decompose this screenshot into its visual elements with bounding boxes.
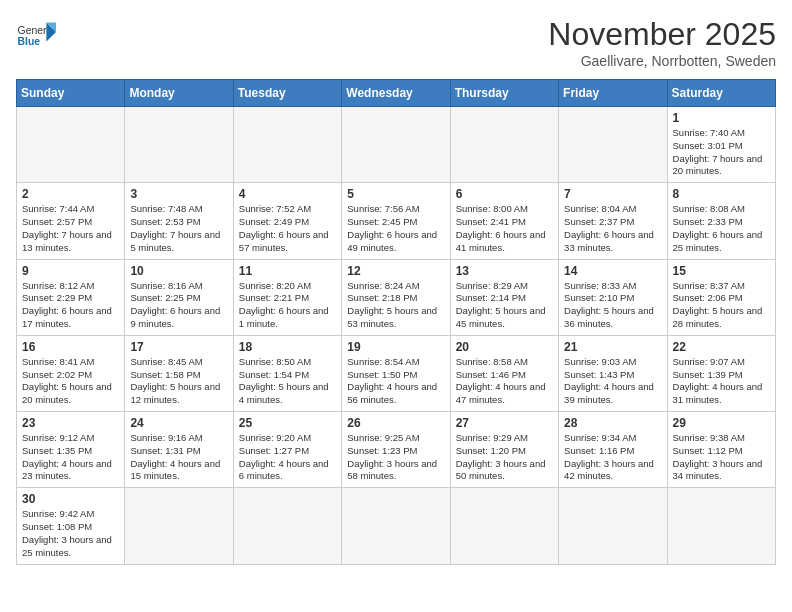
calendar-cell: 9Sunrise: 8:12 AM Sunset: 2:29 PM Daylig… xyxy=(17,259,125,335)
day-number: 16 xyxy=(22,340,119,354)
day-info: Sunrise: 9:03 AM Sunset: 1:43 PM Dayligh… xyxy=(564,356,661,407)
day-info: Sunrise: 7:40 AM Sunset: 3:01 PM Dayligh… xyxy=(673,127,770,178)
weekday-header-saturday: Saturday xyxy=(667,80,775,107)
day-info: Sunrise: 9:07 AM Sunset: 1:39 PM Dayligh… xyxy=(673,356,770,407)
weekday-header-thursday: Thursday xyxy=(450,80,558,107)
week-row-2: 2Sunrise: 7:44 AM Sunset: 2:57 PM Daylig… xyxy=(17,183,776,259)
day-number: 27 xyxy=(456,416,553,430)
day-info: Sunrise: 9:38 AM Sunset: 1:12 PM Dayligh… xyxy=(673,432,770,483)
week-row-4: 16Sunrise: 8:41 AM Sunset: 2:02 PM Dayli… xyxy=(17,335,776,411)
day-info: Sunrise: 8:00 AM Sunset: 2:41 PM Dayligh… xyxy=(456,203,553,254)
day-info: Sunrise: 9:12 AM Sunset: 1:35 PM Dayligh… xyxy=(22,432,119,483)
calendar-cell: 3Sunrise: 7:48 AM Sunset: 2:53 PM Daylig… xyxy=(125,183,233,259)
day-number: 14 xyxy=(564,264,661,278)
calendar-cell xyxy=(342,488,450,564)
calendar-table: SundayMondayTuesdayWednesdayThursdayFrid… xyxy=(16,79,776,565)
calendar-cell: 20Sunrise: 8:58 AM Sunset: 1:46 PM Dayli… xyxy=(450,335,558,411)
calendar-cell: 7Sunrise: 8:04 AM Sunset: 2:37 PM Daylig… xyxy=(559,183,667,259)
day-info: Sunrise: 9:29 AM Sunset: 1:20 PM Dayligh… xyxy=(456,432,553,483)
day-info: Sunrise: 8:16 AM Sunset: 2:25 PM Dayligh… xyxy=(130,280,227,331)
weekday-header-row: SundayMondayTuesdayWednesdayThursdayFrid… xyxy=(17,80,776,107)
day-number: 30 xyxy=(22,492,119,506)
week-row-5: 23Sunrise: 9:12 AM Sunset: 1:35 PM Dayli… xyxy=(17,412,776,488)
day-number: 28 xyxy=(564,416,661,430)
calendar-cell: 23Sunrise: 9:12 AM Sunset: 1:35 PM Dayli… xyxy=(17,412,125,488)
day-number: 4 xyxy=(239,187,336,201)
calendar-cell: 18Sunrise: 8:50 AM Sunset: 1:54 PM Dayli… xyxy=(233,335,341,411)
calendar-cell: 27Sunrise: 9:29 AM Sunset: 1:20 PM Dayli… xyxy=(450,412,558,488)
svg-text:Blue: Blue xyxy=(18,36,41,47)
day-info: Sunrise: 8:33 AM Sunset: 2:10 PM Dayligh… xyxy=(564,280,661,331)
day-info: Sunrise: 8:37 AM Sunset: 2:06 PM Dayligh… xyxy=(673,280,770,331)
calendar-cell xyxy=(450,488,558,564)
weekday-header-wednesday: Wednesday xyxy=(342,80,450,107)
calendar-cell: 4Sunrise: 7:52 AM Sunset: 2:49 PM Daylig… xyxy=(233,183,341,259)
day-number: 21 xyxy=(564,340,661,354)
calendar-cell: 25Sunrise: 9:20 AM Sunset: 1:27 PM Dayli… xyxy=(233,412,341,488)
calendar-cell xyxy=(342,107,450,183)
day-number: 18 xyxy=(239,340,336,354)
calendar-cell: 1Sunrise: 7:40 AM Sunset: 3:01 PM Daylig… xyxy=(667,107,775,183)
week-row-1: 1Sunrise: 7:40 AM Sunset: 3:01 PM Daylig… xyxy=(17,107,776,183)
calendar-cell xyxy=(233,107,341,183)
calendar-cell xyxy=(17,107,125,183)
weekday-header-tuesday: Tuesday xyxy=(233,80,341,107)
calendar-cell xyxy=(125,488,233,564)
calendar-cell: 29Sunrise: 9:38 AM Sunset: 1:12 PM Dayli… xyxy=(667,412,775,488)
calendar-cell xyxy=(450,107,558,183)
day-number: 22 xyxy=(673,340,770,354)
calendar-cell: 11Sunrise: 8:20 AM Sunset: 2:21 PM Dayli… xyxy=(233,259,341,335)
calendar-cell: 12Sunrise: 8:24 AM Sunset: 2:18 PM Dayli… xyxy=(342,259,450,335)
day-number: 25 xyxy=(239,416,336,430)
day-info: Sunrise: 8:58 AM Sunset: 1:46 PM Dayligh… xyxy=(456,356,553,407)
calendar-cell: 30Sunrise: 9:42 AM Sunset: 1:08 PM Dayli… xyxy=(17,488,125,564)
day-info: Sunrise: 8:04 AM Sunset: 2:37 PM Dayligh… xyxy=(564,203,661,254)
month-title: November 2025 xyxy=(548,16,776,53)
day-number: 8 xyxy=(673,187,770,201)
day-number: 15 xyxy=(673,264,770,278)
day-info: Sunrise: 8:24 AM Sunset: 2:18 PM Dayligh… xyxy=(347,280,444,331)
weekday-header-sunday: Sunday xyxy=(17,80,125,107)
day-number: 20 xyxy=(456,340,553,354)
calendar-cell: 8Sunrise: 8:08 AM Sunset: 2:33 PM Daylig… xyxy=(667,183,775,259)
day-info: Sunrise: 8:12 AM Sunset: 2:29 PM Dayligh… xyxy=(22,280,119,331)
day-info: Sunrise: 9:25 AM Sunset: 1:23 PM Dayligh… xyxy=(347,432,444,483)
calendar-cell: 6Sunrise: 8:00 AM Sunset: 2:41 PM Daylig… xyxy=(450,183,558,259)
day-number: 12 xyxy=(347,264,444,278)
day-info: Sunrise: 8:20 AM Sunset: 2:21 PM Dayligh… xyxy=(239,280,336,331)
title-section: November 2025 Gaellivare, Norrbotten, Sw… xyxy=(548,16,776,69)
day-number: 24 xyxy=(130,416,227,430)
calendar-cell: 15Sunrise: 8:37 AM Sunset: 2:06 PM Dayli… xyxy=(667,259,775,335)
weekday-header-monday: Monday xyxy=(125,80,233,107)
calendar-cell: 22Sunrise: 9:07 AM Sunset: 1:39 PM Dayli… xyxy=(667,335,775,411)
day-number: 29 xyxy=(673,416,770,430)
week-row-6: 30Sunrise: 9:42 AM Sunset: 1:08 PM Dayli… xyxy=(17,488,776,564)
day-number: 26 xyxy=(347,416,444,430)
day-number: 5 xyxy=(347,187,444,201)
day-number: 2 xyxy=(22,187,119,201)
day-info: Sunrise: 8:08 AM Sunset: 2:33 PM Dayligh… xyxy=(673,203,770,254)
calendar-cell: 13Sunrise: 8:29 AM Sunset: 2:14 PM Dayli… xyxy=(450,259,558,335)
day-info: Sunrise: 8:45 AM Sunset: 1:58 PM Dayligh… xyxy=(130,356,227,407)
calendar-cell: 17Sunrise: 8:45 AM Sunset: 1:58 PM Dayli… xyxy=(125,335,233,411)
day-number: 11 xyxy=(239,264,336,278)
day-number: 7 xyxy=(564,187,661,201)
calendar-cell xyxy=(559,488,667,564)
day-number: 23 xyxy=(22,416,119,430)
calendar-cell: 10Sunrise: 8:16 AM Sunset: 2:25 PM Dayli… xyxy=(125,259,233,335)
logo-icon: General Blue xyxy=(16,16,56,56)
day-number: 1 xyxy=(673,111,770,125)
calendar-cell: 19Sunrise: 8:54 AM Sunset: 1:50 PM Dayli… xyxy=(342,335,450,411)
calendar-cell: 16Sunrise: 8:41 AM Sunset: 2:02 PM Dayli… xyxy=(17,335,125,411)
day-number: 3 xyxy=(130,187,227,201)
day-info: Sunrise: 7:48 AM Sunset: 2:53 PM Dayligh… xyxy=(130,203,227,254)
calendar-cell: 14Sunrise: 8:33 AM Sunset: 2:10 PM Dayli… xyxy=(559,259,667,335)
calendar-cell: 24Sunrise: 9:16 AM Sunset: 1:31 PM Dayli… xyxy=(125,412,233,488)
calendar-cell: 26Sunrise: 9:25 AM Sunset: 1:23 PM Dayli… xyxy=(342,412,450,488)
day-info: Sunrise: 7:56 AM Sunset: 2:45 PM Dayligh… xyxy=(347,203,444,254)
day-number: 17 xyxy=(130,340,227,354)
calendar-cell xyxy=(667,488,775,564)
day-info: Sunrise: 9:20 AM Sunset: 1:27 PM Dayligh… xyxy=(239,432,336,483)
day-number: 9 xyxy=(22,264,119,278)
day-info: Sunrise: 7:52 AM Sunset: 2:49 PM Dayligh… xyxy=(239,203,336,254)
